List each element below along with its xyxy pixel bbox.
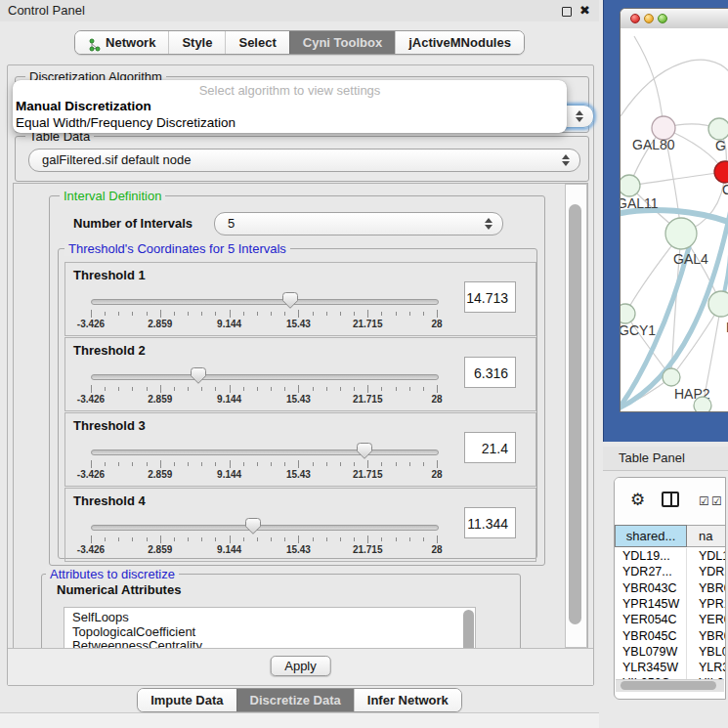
tab-discretize-data[interactable]: Discretize Data xyxy=(236,689,354,711)
table-data-groupbox: Table Data galFiltered.sif default node xyxy=(15,136,589,182)
scrollbar-thumb[interactable] xyxy=(569,204,581,624)
numerical-attributes-list[interactable]: SelfLoopsTopologicalCoefficientBetweenne… xyxy=(64,607,476,649)
scrollbar-thumb[interactable] xyxy=(621,681,716,690)
close-icon[interactable]: ✖ xyxy=(579,3,590,18)
tick-mark xyxy=(257,312,258,316)
slider[interactable]: -3.4262.8599.14415.4321.71528 xyxy=(91,367,437,403)
tick-mark xyxy=(409,312,410,316)
table-row[interactable]: YLR345WYLR3 xyxy=(615,660,726,676)
table-data-combo[interactable]: galFiltered.sif default node xyxy=(28,149,580,172)
node-label: GAL4 xyxy=(673,251,708,267)
network-node[interactable]: GAL80 xyxy=(632,116,675,152)
slider-track[interactable] xyxy=(91,374,439,380)
network-node[interactable]: G xyxy=(708,118,728,153)
slider-track[interactable] xyxy=(91,299,439,305)
table-row[interactable]: YBR043CYBR0 xyxy=(615,580,726,597)
tab-select[interactable]: Select xyxy=(225,31,288,54)
network-node[interactable]: H xyxy=(708,291,728,335)
table-cell: YLR3 xyxy=(687,660,726,676)
attribute-list-item[interactable]: SelfLoops xyxy=(64,611,475,625)
dropdown-option[interactable]: Manual Discretization xyxy=(16,99,151,113)
slider-track[interactable] xyxy=(91,525,439,531)
threshold-label: Threshold 4 xyxy=(73,493,146,508)
table-row[interactable]: YBR045CYBR0 xyxy=(615,628,726,645)
network-canvas[interactable]: GAL80GCGAL11GAL4GCY1HHAP2 xyxy=(621,28,728,411)
network-node[interactable]: GAL11 xyxy=(621,175,659,211)
tick-mark xyxy=(174,462,175,466)
tick-label: 2.859 xyxy=(148,469,172,480)
network-node[interactable]: GCY1 xyxy=(621,304,656,338)
slider[interactable]: -3.4262.8599.14415.4321.71528 xyxy=(91,518,437,553)
attribute-list-item[interactable]: TopologicalCoefficient xyxy=(64,625,475,640)
scrollbar-thumb[interactable] xyxy=(463,610,474,649)
apply-button[interactable]: Apply xyxy=(270,656,331,676)
vertical-scrollbar[interactable] xyxy=(565,184,587,648)
close-traffic-light[interactable] xyxy=(630,14,640,23)
table-cell: YER0 xyxy=(687,612,726,628)
network-node[interactable] xyxy=(694,397,711,411)
minimize-traffic-light[interactable] xyxy=(644,14,654,23)
slider[interactable]: -3.4262.8599.14415.4321.71528 xyxy=(91,443,437,478)
tick-mark xyxy=(437,385,438,393)
slider-tick-labels: -3.4262.8599.14415.4321.71528 xyxy=(91,469,437,481)
network-node[interactable]: GAL4 xyxy=(665,218,708,267)
checkbox-icon[interactable]: ☑ xyxy=(699,494,709,508)
network-icon xyxy=(88,36,101,50)
gear-icon[interactable]: ⚙ xyxy=(630,490,645,509)
float-window-icon[interactable] xyxy=(562,7,572,17)
tick-mark xyxy=(284,537,285,541)
attributes-groupbox: Attributes to discretize Numerical Attri… xyxy=(41,574,521,649)
table-row[interactable]: YDL19...YDL1 xyxy=(615,548,726,565)
threshold-value-field[interactable]: 11.344 xyxy=(464,507,516,538)
tab-style[interactable]: Style xyxy=(168,31,225,54)
tick-mark xyxy=(367,310,368,318)
tab-impute-data[interactable]: Impute Data xyxy=(138,689,236,711)
slider-thumb-icon[interactable] xyxy=(191,367,206,384)
tick-mark xyxy=(423,387,424,391)
dropdown-prompt: Select algorithm to view settings xyxy=(13,83,567,98)
network-window-titlebar[interactable] xyxy=(621,9,728,29)
slider-ticks xyxy=(91,310,437,318)
table-cell: YPR1 xyxy=(687,596,726,613)
table-row[interactable]: YDR27...YDR2 xyxy=(615,564,726,580)
tick-mark xyxy=(340,387,341,391)
threshold-panel: Threshold 4-3.4262.8599.14415.4321.71528… xyxy=(64,488,536,562)
checkbox-icon[interactable]: ☑ xyxy=(711,494,722,508)
tick-mark xyxy=(271,537,272,541)
threshold-value-field[interactable]: 6.316 xyxy=(464,357,516,388)
column-header[interactable]: shared... xyxy=(615,525,687,547)
tab-cyni-toolbox[interactable]: Cyni Toolbox xyxy=(289,31,395,54)
tick-mark xyxy=(340,462,341,466)
slider[interactable]: -3.4262.8599.14415.4321.71528 xyxy=(91,292,437,327)
tick-mark xyxy=(174,387,175,391)
table-row[interactable]: YPR145WYPR1 xyxy=(615,596,726,613)
tick-mark xyxy=(298,385,299,393)
tab-infer-network[interactable]: Infer Network xyxy=(354,689,461,711)
tick-label: 21.715 xyxy=(353,319,383,329)
slider-thumb-icon[interactable] xyxy=(357,443,372,459)
zoom-traffic-light[interactable] xyxy=(658,14,667,23)
slider-thumb-icon[interactable] xyxy=(282,292,298,309)
algorithm-dropdown-popup: Select algorithm to view settings Manual… xyxy=(13,80,567,133)
number-of-intervals-combo[interactable]: 5 xyxy=(214,212,503,236)
number-of-intervals-label: Number of Intervals xyxy=(73,216,193,231)
slider-thumb-icon[interactable] xyxy=(245,518,261,535)
table-row[interactable]: YER054CYER0 xyxy=(615,612,726,628)
cyni-toolbox-panel: Discretization Algorithm Table Data galF… xyxy=(7,64,594,686)
slider-tick-labels: -3.4262.8599.14415.4321.71528 xyxy=(91,394,437,406)
threshold-value-field[interactable]: 14.713 xyxy=(464,281,516,313)
columns-icon[interactable] xyxy=(662,492,679,507)
tab-jactivemnodules[interactable]: jActiveMNodules xyxy=(395,31,524,54)
table-cell: YPR145W xyxy=(615,596,687,613)
tick-label: 21.715 xyxy=(353,469,383,480)
slider-ticks xyxy=(91,535,437,543)
slider-track[interactable] xyxy=(91,450,439,455)
tick-label: 28 xyxy=(431,319,442,329)
list-scrollbar[interactable] xyxy=(463,610,474,649)
column-header[interactable]: na xyxy=(687,525,726,547)
tab-network[interactable]: Network xyxy=(75,31,168,54)
threshold-value-field[interactable]: 21.4 xyxy=(464,432,516,463)
horizontal-scrollbar[interactable] xyxy=(616,679,724,692)
table-row[interactable]: YBL079WYBL0 xyxy=(615,644,726,661)
dropdown-option[interactable]: Equal Width/Frequency Discretization xyxy=(16,115,236,130)
